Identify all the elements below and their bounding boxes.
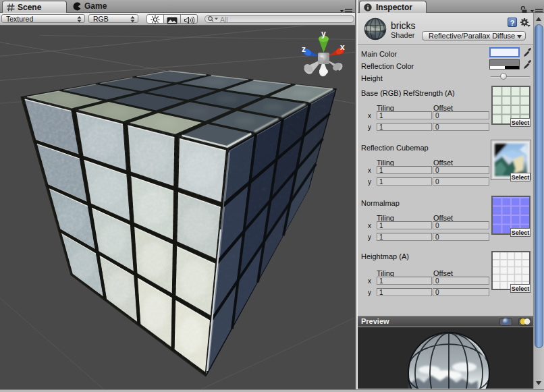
svg-text:y: y (321, 29, 326, 38)
svg-text:z: z (302, 45, 306, 54)
svg-text:x: x (340, 43, 345, 52)
